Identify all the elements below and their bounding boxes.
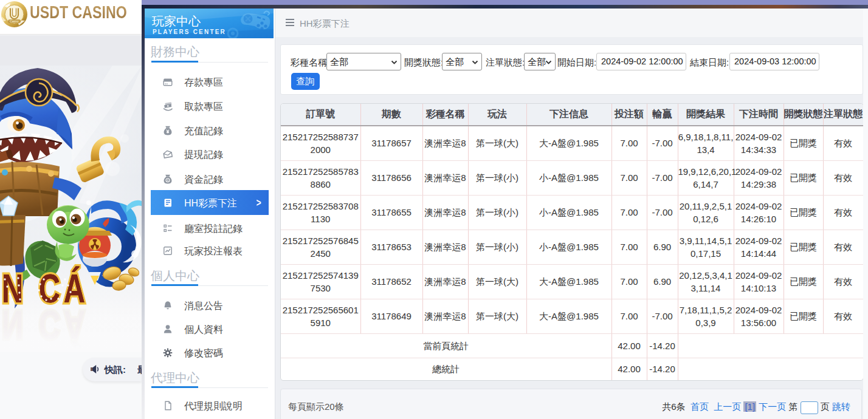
svg-text:Casino: Casino [10, 20, 19, 23]
